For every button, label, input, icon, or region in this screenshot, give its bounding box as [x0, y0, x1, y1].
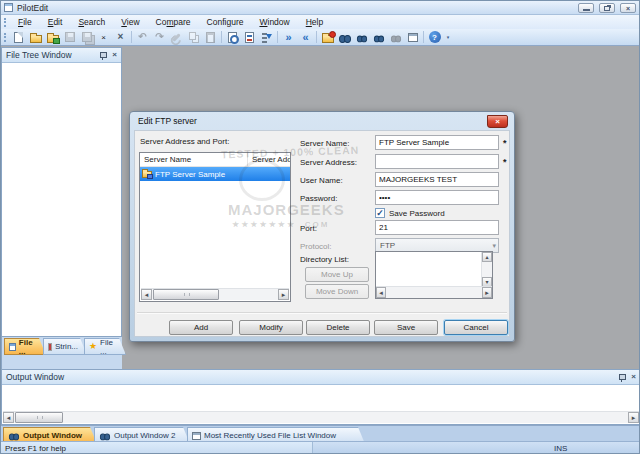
- pin-icon[interactable]: [99, 51, 106, 60]
- scroll-left-icon[interactable]: ◂: [376, 287, 386, 298]
- save-icon: [61, 30, 78, 45]
- minimize-button[interactable]: [578, 3, 594, 13]
- replace-icon[interactable]: [241, 30, 258, 45]
- menu-help[interactable]: Help: [298, 16, 331, 29]
- directory-horizontal-scrollbar: ◂ ▸: [376, 286, 492, 298]
- toolbar-separator: [131, 31, 132, 43]
- directory-listbox[interactable]: ▴ ▾ ◂ ▸: [375, 251, 493, 299]
- modify-button[interactable]: Modify: [239, 320, 303, 335]
- toolbar: × × ↶ ↷ » « ? ▾: [1, 29, 640, 46]
- server-name-input[interactable]: [375, 135, 499, 150]
- port-input[interactable]: [375, 220, 499, 235]
- menu-edit[interactable]: Edit: [40, 16, 71, 29]
- help-icon[interactable]: ?: [426, 30, 443, 45]
- save-button[interactable]: Save: [374, 320, 438, 335]
- ftp-server-icon: [142, 171, 152, 178]
- close-file-icon[interactable]: ×: [95, 30, 112, 45]
- delete-button[interactable]: Delete: [306, 320, 370, 335]
- dialog-close-button[interactable]: ×: [487, 115, 508, 128]
- menu-search[interactable]: Search: [70, 16, 113, 29]
- open-ftp-file-icon[interactable]: [44, 30, 61, 45]
- column-server-address[interactable]: Server Addr: [248, 153, 290, 166]
- compare-files-icon[interactable]: [336, 30, 353, 45]
- star-icon: ★: [89, 342, 97, 351]
- redo-icon: ↷: [151, 30, 168, 45]
- protocol-label: Protocol:: [300, 242, 332, 251]
- server-list: Server Name Server Addr FTP Server Sampl…: [139, 152, 291, 302]
- save-password-checkbox[interactable]: ✓: [375, 208, 385, 218]
- menubar-grip[interactable]: [4, 18, 6, 27]
- menu-file[interactable]: File: [10, 16, 40, 29]
- output-content: [3, 385, 639, 411]
- menu-compare[interactable]: Compare: [148, 16, 199, 29]
- app-icon[interactable]: [4, 3, 13, 12]
- user-name-input[interactable]: [375, 172, 499, 187]
- toolbar-separator: [277, 31, 278, 43]
- scroll-right-icon[interactable]: ▸: [482, 287, 492, 298]
- paste-icon: [202, 30, 219, 45]
- new-frame-icon[interactable]: [404, 30, 421, 45]
- menu-view[interactable]: View: [113, 16, 147, 29]
- move-down-button: Move Down: [305, 284, 369, 299]
- scroll-up-icon[interactable]: ▴: [482, 252, 492, 262]
- add-button[interactable]: Add: [169, 320, 233, 335]
- cancel-button[interactable]: Cancel: [444, 320, 508, 335]
- menu-window[interactable]: Window: [251, 16, 297, 29]
- status-message: Press F1 for help: [1, 442, 313, 454]
- dialog-titlebar: Edit FTP server: [130, 112, 514, 130]
- toolbar-grip[interactable]: [4, 33, 6, 42]
- output-horizontal-scrollbar: ◂ ▸: [3, 411, 639, 423]
- insert-mode-indicator: INS: [554, 442, 567, 454]
- compare-previous-difference-icon[interactable]: [370, 30, 387, 45]
- restore-button[interactable]: [599, 3, 615, 13]
- server-list-row-selected[interactable]: FTP Server Sample: [140, 167, 290, 181]
- copy-icon: [185, 30, 202, 45]
- bottom-tabstrip: Output Window Output Window 2 Most Recen…: [1, 425, 640, 441]
- tab-file-group[interactable]: ★ File ...: [84, 338, 126, 355]
- compare-sync-icon: [387, 30, 404, 45]
- server-list-horizontal-scrollbar: ◂ ▸: [141, 288, 289, 300]
- divider: [137, 312, 507, 313]
- left-tabstrip: File ... Strin... ★ File ...: [1, 337, 122, 369]
- column-server-name[interactable]: Server Name: [140, 153, 248, 166]
- server-name-label: Server Name:: [300, 139, 349, 148]
- file-tree-panel: File Tree Window ×: [1, 47, 122, 337]
- save-all-icon: [78, 30, 95, 45]
- close-all-icon[interactable]: ×: [112, 30, 129, 45]
- save-password-label: Save Password: [389, 209, 445, 218]
- find-icon[interactable]: [224, 30, 241, 45]
- close-panel-icon[interactable]: ×: [631, 373, 636, 381]
- tab-file-tree[interactable]: File ...: [4, 338, 46, 355]
- edit-ftp-server-dialog: Edit FTP server × Server Address and Por…: [129, 111, 515, 342]
- new-file-icon[interactable]: [10, 30, 27, 45]
- server-address-input[interactable]: [375, 154, 499, 169]
- required-marker: *: [503, 138, 507, 148]
- file-list-tab-icon: [192, 432, 201, 440]
- required-marker: *: [503, 157, 507, 167]
- menu-configure[interactable]: Configure: [199, 16, 252, 29]
- dialog-title: Edit FTP server: [138, 116, 197, 126]
- find-previous-icon[interactable]: «: [297, 30, 314, 45]
- output-window-tab-icon: [9, 434, 19, 440]
- horizontal-scrollbar-thumb[interactable]: [15, 412, 63, 423]
- compare-next-difference-icon[interactable]: [353, 30, 370, 45]
- horizontal-scrollbar-thumb[interactable]: [153, 289, 219, 300]
- ftp-transfer-icon[interactable]: [319, 30, 336, 45]
- scroll-left-icon[interactable]: ◂: [141, 289, 152, 300]
- password-input[interactable]: [375, 190, 499, 205]
- scroll-left-icon[interactable]: ◂: [3, 412, 14, 423]
- scroll-right-icon[interactable]: ▸: [278, 289, 289, 300]
- toolbar-overflow-icon[interactable]: ▾: [443, 35, 453, 39]
- pin-icon[interactable]: [618, 373, 625, 382]
- server-list-group-label: Server Address and Port:: [140, 137, 229, 146]
- find-next-icon[interactable]: »: [280, 30, 297, 45]
- scroll-right-icon[interactable]: ▸: [628, 412, 639, 423]
- tab-string-table[interactable]: Strin...: [43, 338, 87, 355]
- port-label: Port:: [300, 224, 317, 233]
- menubar: File Edit Search View Compare Configure …: [1, 15, 640, 29]
- chevron-down-icon: ▾: [492, 242, 496, 250]
- sort-icon[interactable]: [258, 30, 275, 45]
- open-folder-icon[interactable]: [27, 30, 44, 45]
- close-button[interactable]: ×: [620, 3, 636, 13]
- close-panel-icon[interactable]: ×: [112, 51, 117, 59]
